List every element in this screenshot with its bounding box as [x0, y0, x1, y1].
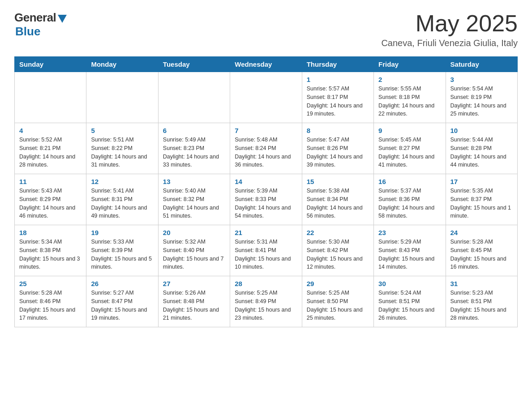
- column-header-monday: Monday: [86, 57, 158, 72]
- week-row-1: 1Sunrise: 5:57 AM Sunset: 8:17 PM Daylig…: [15, 72, 518, 123]
- day-info: Sunrise: 5:28 AM Sunset: 8:46 PM Dayligh…: [19, 289, 82, 322]
- logo-blue-text: Blue: [15, 25, 40, 39]
- day-info: Sunrise: 5:55 AM Sunset: 8:18 PM Dayligh…: [378, 85, 441, 118]
- day-cell: 8Sunrise: 5:47 AM Sunset: 8:26 PM Daylig…: [302, 123, 373, 174]
- day-info: Sunrise: 5:25 AM Sunset: 8:50 PM Dayligh…: [307, 289, 369, 322]
- column-header-wednesday: Wednesday: [230, 57, 302, 72]
- week-row-2: 4Sunrise: 5:52 AM Sunset: 8:21 PM Daylig…: [15, 123, 518, 174]
- day-number: 4: [19, 127, 82, 134]
- day-info: Sunrise: 5:37 AM Sunset: 8:36 PM Dayligh…: [378, 187, 441, 220]
- day-number: 26: [91, 280, 153, 287]
- day-number: 31: [450, 280, 513, 287]
- day-number: 29: [307, 280, 369, 287]
- day-info: Sunrise: 5:27 AM Sunset: 8:47 PM Dayligh…: [91, 289, 153, 322]
- day-cell: 25Sunrise: 5:28 AM Sunset: 8:46 PM Dayli…: [15, 276, 86, 327]
- day-cell: [15, 72, 86, 123]
- day-info: Sunrise: 5:51 AM Sunset: 8:22 PM Dayligh…: [91, 136, 153, 169]
- day-cell: 18Sunrise: 5:34 AM Sunset: 8:38 PM Dayli…: [15, 225, 86, 276]
- day-cell: 1Sunrise: 5:57 AM Sunset: 8:17 PM Daylig…: [302, 72, 373, 123]
- day-cell: 29Sunrise: 5:25 AM Sunset: 8:50 PM Dayli…: [302, 276, 373, 327]
- day-number: 16: [378, 178, 441, 185]
- calendar-header-row: SundayMondayTuesdayWednesdayThursdayFrid…: [15, 57, 518, 72]
- day-cell: 11Sunrise: 5:43 AM Sunset: 8:29 PM Dayli…: [15, 174, 86, 225]
- day-cell: 20Sunrise: 5:32 AM Sunset: 8:40 PM Dayli…: [158, 225, 230, 276]
- day-number: 8: [307, 127, 369, 134]
- day-info: Sunrise: 5:44 AM Sunset: 8:28 PM Dayligh…: [450, 136, 513, 169]
- day-cell: 19Sunrise: 5:33 AM Sunset: 8:39 PM Dayli…: [86, 225, 158, 276]
- day-cell: 2Sunrise: 5:55 AM Sunset: 8:18 PM Daylig…: [374, 72, 446, 123]
- title-section: May 2025 Caneva, Friuli Venezia Giulia, …: [381, 11, 518, 48]
- day-number: 20: [163, 229, 225, 236]
- day-info: Sunrise: 5:28 AM Sunset: 8:45 PM Dayligh…: [450, 238, 513, 271]
- day-info: Sunrise: 5:26 AM Sunset: 8:48 PM Dayligh…: [163, 289, 225, 322]
- logo-triangle-icon: [58, 15, 67, 23]
- day-info: Sunrise: 5:54 AM Sunset: 8:19 PM Dayligh…: [450, 85, 513, 118]
- day-cell: 24Sunrise: 5:28 AM Sunset: 8:45 PM Dayli…: [446, 225, 517, 276]
- week-row-3: 11Sunrise: 5:43 AM Sunset: 8:29 PM Dayli…: [15, 174, 518, 225]
- day-info: Sunrise: 5:30 AM Sunset: 8:42 PM Dayligh…: [307, 238, 369, 271]
- month-title: May 2025: [381, 11, 518, 36]
- day-info: Sunrise: 5:29 AM Sunset: 8:43 PM Dayligh…: [378, 238, 441, 271]
- logo: General Blue: [14, 11, 67, 39]
- day-info: Sunrise: 5:41 AM Sunset: 8:31 PM Dayligh…: [91, 187, 153, 220]
- week-row-4: 18Sunrise: 5:34 AM Sunset: 8:38 PM Dayli…: [15, 225, 518, 276]
- day-info: Sunrise: 5:33 AM Sunset: 8:39 PM Dayligh…: [91, 238, 153, 271]
- logo-general-text: General: [14, 11, 56, 25]
- day-cell: 9Sunrise: 5:45 AM Sunset: 8:27 PM Daylig…: [374, 123, 446, 174]
- day-cell: 15Sunrise: 5:38 AM Sunset: 8:34 PM Dayli…: [302, 174, 373, 225]
- day-number: 22: [307, 229, 369, 236]
- day-number: 5: [91, 127, 153, 134]
- day-number: 17: [450, 178, 513, 185]
- day-cell: 3Sunrise: 5:54 AM Sunset: 8:19 PM Daylig…: [446, 72, 517, 123]
- day-cell: 5Sunrise: 5:51 AM Sunset: 8:22 PM Daylig…: [86, 123, 158, 174]
- day-info: Sunrise: 5:45 AM Sunset: 8:27 PM Dayligh…: [378, 136, 441, 169]
- day-info: Sunrise: 5:23 AM Sunset: 8:51 PM Dayligh…: [450, 289, 513, 322]
- day-number: 24: [450, 229, 513, 236]
- calendar-table: SundayMondayTuesdayWednesdayThursdayFrid…: [14, 56, 518, 327]
- day-info: Sunrise: 5:40 AM Sunset: 8:32 PM Dayligh…: [163, 187, 225, 220]
- day-cell: 23Sunrise: 5:29 AM Sunset: 8:43 PM Dayli…: [374, 225, 446, 276]
- day-number: 21: [235, 229, 297, 236]
- day-info: Sunrise: 5:49 AM Sunset: 8:23 PM Dayligh…: [163, 136, 225, 169]
- day-number: 7: [235, 127, 297, 134]
- column-header-friday: Friday: [374, 57, 446, 72]
- day-info: Sunrise: 5:48 AM Sunset: 8:24 PM Dayligh…: [235, 136, 297, 169]
- column-header-thursday: Thursday: [302, 57, 373, 72]
- day-number: 3: [450, 76, 513, 83]
- day-cell: [230, 72, 302, 123]
- day-cell: 21Sunrise: 5:31 AM Sunset: 8:41 PM Dayli…: [230, 225, 302, 276]
- day-number: 30: [378, 280, 441, 287]
- day-number: 25: [19, 280, 82, 287]
- day-cell: 27Sunrise: 5:26 AM Sunset: 8:48 PM Dayli…: [158, 276, 230, 327]
- day-cell: 31Sunrise: 5:23 AM Sunset: 8:51 PM Dayli…: [446, 276, 517, 327]
- day-number: 13: [163, 178, 225, 185]
- week-row-5: 25Sunrise: 5:28 AM Sunset: 8:46 PM Dayli…: [15, 276, 518, 327]
- day-number: 23: [378, 229, 441, 236]
- day-cell: 6Sunrise: 5:49 AM Sunset: 8:23 PM Daylig…: [158, 123, 230, 174]
- day-number: 12: [91, 178, 153, 185]
- day-number: 27: [163, 280, 225, 287]
- day-number: 18: [19, 229, 82, 236]
- day-number: 19: [91, 229, 153, 236]
- day-number: 1: [307, 76, 369, 83]
- day-cell: 13Sunrise: 5:40 AM Sunset: 8:32 PM Dayli…: [158, 174, 230, 225]
- day-cell: 4Sunrise: 5:52 AM Sunset: 8:21 PM Daylig…: [15, 123, 86, 174]
- day-cell: [86, 72, 158, 123]
- day-cell: 28Sunrise: 5:25 AM Sunset: 8:49 PM Dayli…: [230, 276, 302, 327]
- day-info: Sunrise: 5:39 AM Sunset: 8:33 PM Dayligh…: [235, 187, 297, 220]
- day-cell: 10Sunrise: 5:44 AM Sunset: 8:28 PM Dayli…: [446, 123, 517, 174]
- column-header-saturday: Saturday: [446, 57, 517, 72]
- day-info: Sunrise: 5:35 AM Sunset: 8:37 PM Dayligh…: [450, 187, 513, 220]
- column-header-tuesday: Tuesday: [158, 57, 230, 72]
- day-info: Sunrise: 5:34 AM Sunset: 8:38 PM Dayligh…: [19, 238, 82, 271]
- day-number: 28: [235, 280, 297, 287]
- day-info: Sunrise: 5:31 AM Sunset: 8:41 PM Dayligh…: [235, 238, 297, 271]
- day-info: Sunrise: 5:57 AM Sunset: 8:17 PM Dayligh…: [307, 85, 369, 118]
- day-number: 15: [307, 178, 369, 185]
- day-cell: 12Sunrise: 5:41 AM Sunset: 8:31 PM Dayli…: [86, 174, 158, 225]
- day-number: 9: [378, 127, 441, 134]
- day-number: 14: [235, 178, 297, 185]
- day-number: 6: [163, 127, 225, 134]
- day-info: Sunrise: 5:52 AM Sunset: 8:21 PM Dayligh…: [19, 136, 82, 169]
- day-cell: 7Sunrise: 5:48 AM Sunset: 8:24 PM Daylig…: [230, 123, 302, 174]
